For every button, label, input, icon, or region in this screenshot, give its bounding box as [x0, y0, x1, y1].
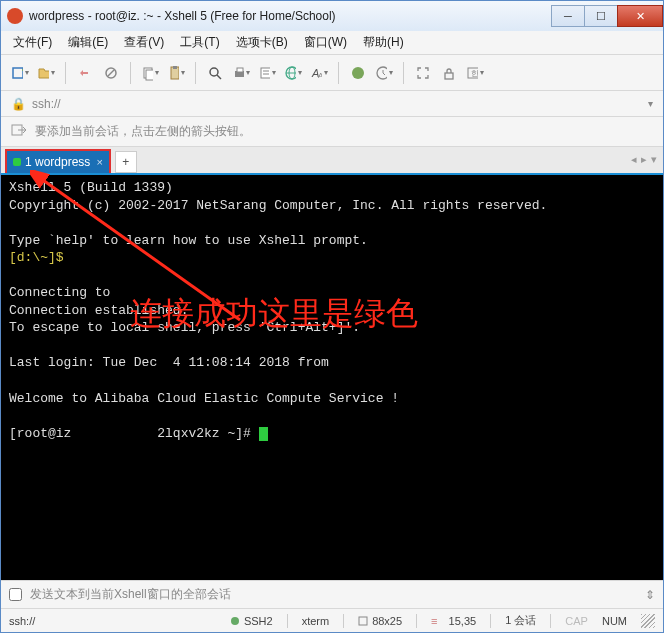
search-button[interactable] — [206, 64, 224, 82]
menu-view[interactable]: 查看(V) — [118, 32, 170, 53]
separator — [195, 62, 196, 84]
copy-button[interactable] — [141, 64, 159, 82]
svg-rect-28 — [359, 617, 367, 625]
app-icon — [7, 8, 23, 24]
status-num: NUM — [602, 615, 627, 627]
lock-button[interactable] — [440, 64, 458, 82]
term-line: Last login: Tue Dec 4 11:08:14 2018 from — [9, 355, 329, 370]
term-line: Copyright (c) 2002-2017 NetSarang Comput… — [9, 198, 547, 213]
menu-window[interactable]: 窗口(W) — [298, 32, 353, 53]
status-pos: ≡ 15,35 — [431, 615, 476, 627]
maximize-button[interactable]: ☐ — [584, 5, 618, 27]
globe-button[interactable] — [284, 64, 302, 82]
resize-grip[interactable] — [641, 614, 655, 628]
window-controls: ─ ☐ ✕ — [552, 5, 663, 27]
svg-rect-12 — [237, 68, 243, 72]
svg-point-21 — [352, 67, 364, 79]
reconnect-button[interactable] — [76, 64, 94, 82]
disconnect-button[interactable] — [102, 64, 120, 82]
menu-edit[interactable]: 编辑(E) — [62, 32, 114, 53]
menu-file[interactable]: 文件(F) — [7, 32, 58, 53]
fullscreen-button[interactable] — [414, 64, 432, 82]
expand-icon[interactable]: ⇕ — [645, 588, 655, 602]
menu-tabs[interactable]: 选项卡(B) — [230, 32, 294, 53]
send-placeholder[interactable]: 发送文本到当前Xshell窗口的全部会话 — [30, 586, 639, 603]
titlebar[interactable]: wordpress - root@iz. :~ - Xshell 5 (Free… — [1, 1, 663, 31]
cursor — [259, 427, 268, 441]
svg-line-4 — [108, 70, 114, 76]
term-line: Connecting to — [9, 285, 110, 300]
send-all-checkbox[interactable] — [9, 588, 22, 601]
tab-prev-icon[interactable]: ◂ — [631, 153, 637, 166]
term-line: Connection established. — [9, 303, 188, 318]
status-proto: SSH2 — [230, 615, 273, 627]
term-prompt: [d:\~]$ — [9, 250, 64, 265]
separator — [130, 62, 131, 84]
open-button[interactable] — [37, 64, 55, 82]
separator — [403, 62, 404, 84]
tab-menu-icon[interactable]: ▾ — [651, 153, 657, 166]
new-tab-button[interactable]: + — [115, 151, 137, 173]
separator — [65, 62, 66, 84]
toolbar: AA 한 — [1, 55, 663, 91]
tab-bar: 1 wordpress × + ◂ ▸ ▾ — [1, 147, 663, 175]
svg-rect-6 — [146, 70, 153, 80]
minimize-button[interactable]: ─ — [551, 5, 585, 27]
paste-button[interactable] — [167, 64, 185, 82]
svg-point-27 — [231, 617, 239, 625]
svg-rect-8 — [173, 66, 177, 69]
tab-next-icon[interactable]: ▸ — [641, 153, 647, 166]
status-cap: CAP — [565, 615, 588, 627]
print-button[interactable] — [232, 64, 250, 82]
svg-rect-13 — [261, 68, 270, 78]
close-button[interactable]: ✕ — [617, 5, 663, 27]
new-session-button[interactable] — [11, 64, 29, 82]
properties-button[interactable] — [258, 64, 276, 82]
tab-close-icon[interactable]: × — [96, 156, 102, 168]
svg-point-9 — [210, 68, 218, 76]
term-line: To escape to local shell, press 'Ctrl+Al… — [9, 320, 360, 335]
term-line: Type `help' to learn how to use Xshell p… — [9, 233, 368, 248]
address-text[interactable]: ssh:// — [32, 97, 642, 111]
font-button[interactable]: AA — [310, 64, 328, 82]
status-sessions: 1 会话 — [505, 613, 536, 628]
tab-label: 1 wordpress — [25, 155, 90, 169]
address-dropdown[interactable]: ▾ — [648, 98, 653, 109]
session-tab[interactable]: 1 wordpress × — [5, 149, 111, 173]
address-bar: 🔒 ssh:// ▾ — [1, 91, 663, 117]
history-button[interactable] — [375, 64, 393, 82]
svg-point-22 — [377, 67, 387, 79]
lock-icon: 🔒 — [11, 97, 26, 111]
status-bar: ssh:// SSH2 xterm 88x25 ≡ 15,35 1 会话 CAP… — [1, 608, 663, 632]
hint-text: 要添加当前会话，点击左侧的箭头按钮。 — [35, 123, 251, 140]
connection-indicator-icon — [13, 158, 21, 166]
send-bar: 发送文本到当前Xshell窗口的全部会话 ⇕ — [1, 580, 663, 608]
status-size: 88x25 — [358, 615, 402, 627]
app-window: wordpress - root@iz. :~ - Xshell 5 (Free… — [0, 0, 664, 633]
svg-line-10 — [217, 75, 221, 79]
svg-rect-23 — [445, 73, 453, 79]
menu-help[interactable]: 帮助(H) — [357, 32, 410, 53]
window-title: wordpress - root@iz. :~ - Xshell 5 (Free… — [29, 9, 552, 23]
status-ssh: ssh:// — [9, 615, 35, 627]
terminal[interactable]: Xshell 5 (Build 1339) Copyright (c) 2002… — [1, 175, 663, 580]
term-line: Xshell 5 (Build 1339) — [9, 180, 173, 195]
term-line: Welcome to Alibaba Cloud Elastic Compute… — [9, 391, 399, 406]
menu-tools[interactable]: 工具(T) — [174, 32, 225, 53]
encoding-button[interactable]: 한 — [466, 64, 484, 82]
tab-nav: ◂ ▸ ▾ — [631, 153, 657, 166]
add-session-icon[interactable] — [11, 123, 27, 140]
svg-text:한: 한 — [471, 69, 478, 78]
svg-text:A: A — [318, 71, 322, 80]
menubar: 文件(F) 编辑(E) 查看(V) 工具(T) 选项卡(B) 窗口(W) 帮助(… — [1, 31, 663, 55]
color-button[interactable] — [349, 64, 367, 82]
status-term: xterm — [302, 615, 330, 627]
hint-bar: 要添加当前会话，点击左侧的箭头按钮。 — [1, 117, 663, 147]
svg-rect-0 — [13, 68, 23, 78]
term-prompt: [root@iz 2lqxv2kz ~]# — [9, 426, 259, 441]
separator — [338, 62, 339, 84]
